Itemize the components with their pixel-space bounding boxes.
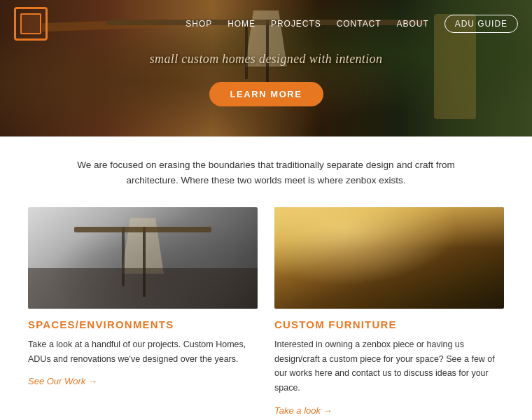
spaces-column: SPACES/ENVIRONMENTS Take a look at a han… xyxy=(28,207,258,416)
intro-line-1: We are focused on erasing the boundaries… xyxy=(77,160,454,170)
furniture-title: CUSTOM FURNITURE xyxy=(274,318,504,330)
spaces-link[interactable]: See Our Work → xyxy=(28,376,97,386)
hanging-bar-2 xyxy=(122,227,125,286)
nav-projects[interactable]: PROJECTS xyxy=(271,19,321,29)
nav-home[interactable]: HOME xyxy=(227,19,255,29)
room-shelf xyxy=(74,227,212,232)
main-content: We are focused on erasing the boundaries… xyxy=(0,136,532,420)
hero-section: SHOP HOME PROJECTS CONTACT ABOUT ADU GUI… xyxy=(0,0,532,136)
nav-shop[interactable]: SHOP xyxy=(186,19,212,29)
main-nav: SHOP HOME PROJECTS CONTACT ABOUT ADU GUI… xyxy=(186,15,518,33)
furniture-column: CUSTOM FURNITURE Interested in owning a … xyxy=(274,207,504,416)
hanging-bar-1 xyxy=(143,227,146,297)
site-header: SHOP HOME PROJECTS CONTACT ABOUT ADU GUI… xyxy=(0,0,532,48)
learn-more-button[interactable]: LEARN MORE xyxy=(209,82,323,106)
furniture-image xyxy=(274,207,504,309)
furniture-link[interactable]: Take a look → xyxy=(274,405,332,416)
spaces-title: SPACES/ENVIRONMENTS xyxy=(28,318,258,330)
adu-guide-button[interactable]: ADU GUIDE xyxy=(444,15,518,33)
hero-tagline: small custom homes designed with intenti… xyxy=(150,52,383,66)
nav-about[interactable]: ABOUT xyxy=(397,19,429,29)
logo-inner xyxy=(20,13,41,34)
spaces-description: Take a look at a handful of our projects… xyxy=(28,337,258,366)
nav-contact[interactable]: CONTACT xyxy=(337,19,382,29)
two-column-grid: SPACES/ENVIRONMENTS Take a look at a han… xyxy=(28,207,504,416)
spaces-image xyxy=(28,207,258,309)
intro-line-2: architecture. Where these two worlds mee… xyxy=(126,175,405,186)
furniture-description: Interested in owning a zenbox piece or h… xyxy=(274,337,504,396)
intro-paragraph: We are focused on erasing the boundaries… xyxy=(70,158,462,188)
site-logo[interactable] xyxy=(14,7,48,41)
